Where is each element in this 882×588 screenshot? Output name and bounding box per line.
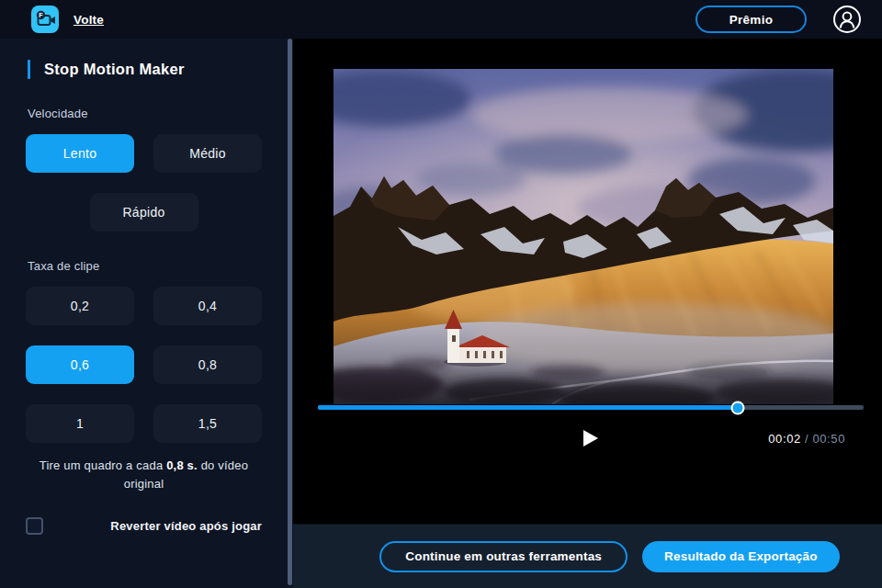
premium-button[interactable]: Prêmio [695, 6, 807, 33]
progress-track[interactable] [318, 405, 864, 410]
speed-option-lento[interactable]: Lento [26, 134, 134, 173]
back-link[interactable]: Volte [74, 13, 104, 27]
tool-sidebar: Stop Motion Maker Velocidade Lento Médio… [0, 39, 288, 588]
time-separator: / [801, 432, 813, 446]
export-result-button[interactable]: Resultado da Exportação [642, 541, 840, 572]
sidebar-scrollbar-thumb[interactable] [288, 39, 292, 585]
progress-handle[interactable] [731, 401, 745, 414]
current-time: 00:02 [768, 432, 801, 446]
frame-note-value: 0,8 s. [166, 458, 198, 472]
total-time: 00:50 [812, 432, 845, 446]
clip-rate-option-08[interactable]: 0,8 [153, 345, 262, 384]
title-accent-bar [28, 60, 30, 79]
video-stage: 00:02 / 00:50 Continue em outras ferrame… [293, 39, 882, 588]
user-avatar-icon[interactable] [832, 5, 862, 34]
continue-other-tools-button[interactable]: Continue em outras ferramentas [379, 541, 628, 572]
svg-text:F: F [39, 12, 43, 18]
clip-rate-option-04[interactable]: 0,4 [153, 287, 262, 325]
play-icon[interactable] [583, 430, 600, 447]
clip-rate-option-15[interactable]: 1,5 [153, 404, 262, 443]
video-preview-frame [334, 69, 833, 404]
top-bar: F Volte Prêmio [0, 0, 882, 39]
clip-rate-section-label: Taxa de clipe [28, 259, 260, 273]
speed-option-rapido[interactable]: Rápido [90, 193, 198, 232]
reverse-video-row: Reverter vídeo após jogar [26, 517, 262, 535]
app-logo-video-camera-icon[interactable]: F [31, 6, 59, 33]
speed-options: Lento Médio [26, 134, 288, 173]
clip-rate-option-06[interactable]: 0,6 [26, 345, 134, 384]
frame-note: Tire um quadro a cada 0,8 s. do vídeo or… [19, 457, 269, 492]
clip-rate-options: 0,2 0,4 0,6 0,8 1 1,5 [26, 287, 288, 443]
time-display: 00:02 / 00:50 [768, 432, 845, 446]
speed-option-medio[interactable]: Médio [153, 134, 262, 173]
frame-note-prefix: Tire um quadro a cada [40, 458, 166, 472]
speed-section-label: Velocidade [28, 107, 260, 120]
sidebar-title-row: Stop Motion Maker [28, 60, 288, 79]
progress-fill [318, 405, 738, 410]
reverse-video-checkbox[interactable] [26, 517, 43, 535]
page-title: Stop Motion Maker [44, 61, 185, 78]
clip-rate-option-1[interactable]: 1 [26, 404, 134, 443]
reverse-video-label: Reverter vídeo após jogar [43, 519, 262, 533]
footer-bar: Continue em outras ferramentas Resultado… [293, 524, 882, 588]
clip-rate-option-02[interactable]: 0,2 [26, 287, 134, 325]
